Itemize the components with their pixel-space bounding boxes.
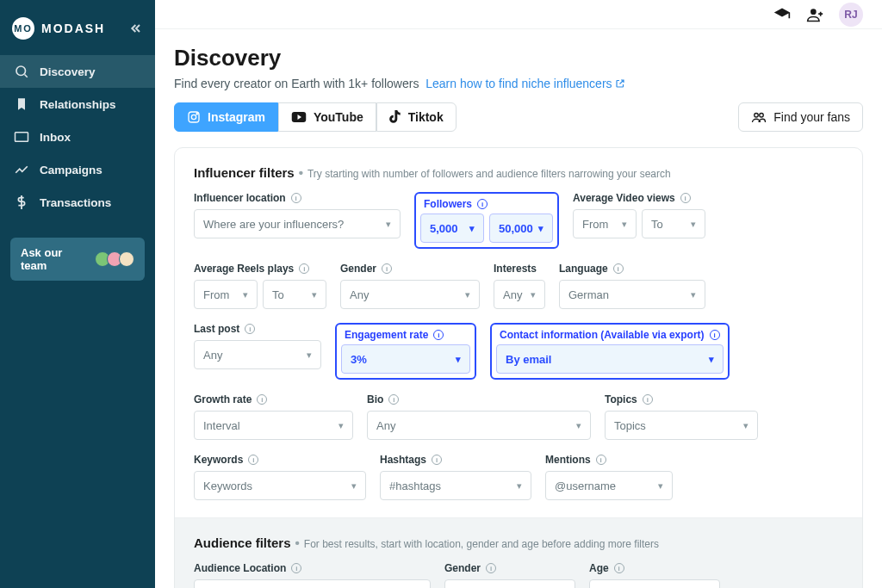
sidebar-item-transactions[interactable]: Transactions	[0, 186, 155, 219]
info-icon[interactable]: i	[257, 394, 267, 405]
followers-max-select[interactable]: 50,000▾	[489, 214, 553, 243]
info-icon[interactable]: i	[245, 324, 255, 334]
collapse-sidebar-button[interactable]	[129, 22, 143, 35]
svg-point-4	[191, 115, 196, 120]
sidebar-item-campaigns[interactable]: Campaigns	[0, 153, 155, 186]
audience-location-select[interactable]: Italy▾	[194, 579, 431, 588]
svg-point-5	[196, 114, 197, 115]
engagement-label: Engagement rate	[345, 329, 428, 341]
last-post-select[interactable]: Any▾	[194, 340, 321, 369]
influencer-location-select[interactable]: Where are your influencers?▾	[194, 209, 401, 238]
info-icon[interactable]: i	[291, 563, 301, 573]
page-subtitle: Find every creator on Earth with 1k+ fol…	[174, 77, 863, 90]
youtube-icon	[291, 111, 307, 123]
hashtags-select[interactable]: #hashtags▾	[380, 471, 531, 500]
info-icon[interactable]: i	[291, 193, 301, 203]
academy-icon[interactable]	[773, 6, 791, 23]
info-icon[interactable]: i	[382, 263, 392, 274]
interests-select[interactable]: Any▾	[494, 280, 545, 309]
instagram-icon	[187, 110, 201, 124]
avg-video-label: Average Video views	[573, 192, 675, 204]
sidebar-item-label: Transactions	[40, 196, 111, 209]
platform-tabs: Instagram YouTube Tiktok	[174, 102, 457, 132]
topics-label: Topics	[605, 393, 637, 405]
info-icon[interactable]: i	[614, 563, 624, 573]
section-hint: For best results, start with location, g…	[304, 538, 659, 550]
section-title: Influencer filters	[194, 165, 295, 180]
tab-label: Instagram	[208, 110, 265, 124]
find-fans-button[interactable]: Find your fans	[738, 102, 863, 132]
keywords-select[interactable]: Keywords▾	[194, 471, 366, 500]
info-icon[interactable]: i	[596, 455, 606, 465]
logo-badge: MO	[12, 17, 34, 40]
bio-select[interactable]: Any▾	[367, 411, 591, 440]
avg-reels-to-select[interactable]: To▾	[263, 280, 326, 309]
svg-point-2	[811, 9, 817, 15]
mentions-select[interactable]: @username▾	[545, 471, 673, 500]
language-select[interactable]: German▾	[559, 280, 705, 309]
user-avatar[interactable]: RJ	[839, 3, 863, 27]
tiktok-icon	[389, 110, 401, 124]
tab-label: Tiktok	[408, 110, 444, 124]
gender-select[interactable]: Any▾	[340, 280, 480, 309]
sidebar-item-inbox[interactable]: Inbox	[0, 121, 155, 153]
svg-point-8	[760, 114, 764, 118]
hashtags-label: Hashtags	[380, 454, 426, 466]
sidebar-item-discovery[interactable]: Discovery	[0, 55, 155, 88]
info-icon[interactable]: i	[432, 455, 442, 465]
sidebar-item-label: Relationships	[40, 98, 116, 111]
info-icon[interactable]: i	[643, 394, 653, 405]
info-icon[interactable]: i	[486, 563, 496, 573]
team-avatars	[98, 251, 134, 267]
audience-location-label: Audience Location	[194, 562, 286, 574]
info-icon[interactable]: i	[710, 330, 720, 340]
sidebar-item-label: Campaigns	[40, 164, 102, 176]
sidebar-item-relationships[interactable]: Relationships	[0, 88, 155, 121]
sidebar-nav: Discovery Relationships Inbox Campaigns …	[0, 55, 155, 219]
influencer-location-label: Influencer location	[194, 192, 286, 204]
svg-point-7	[755, 114, 759, 118]
engagement-select[interactable]: 3%▾	[341, 344, 470, 374]
followers-min-select[interactable]: 5,000▾	[420, 214, 484, 243]
add-user-icon[interactable]	[806, 6, 823, 23]
audience-age-select[interactable]: Add age▾	[589, 579, 720, 588]
contact-select[interactable]: By email▾	[496, 344, 724, 374]
tab-label: YouTube	[314, 110, 363, 124]
contact-label: Contact information (Available via expor…	[500, 329, 705, 341]
ask-team-button[interactable]: Ask our team	[10, 238, 145, 281]
avg-video-from-select[interactable]: From▾	[573, 209, 637, 238]
info-icon[interactable]: i	[248, 455, 258, 465]
last-post-label: Last post	[194, 323, 239, 335]
info-icon[interactable]: i	[433, 330, 444, 340]
growth-select[interactable]: Interval▾	[194, 411, 353, 440]
audience-age-label: Age	[589, 562, 609, 574]
dollar-icon	[14, 195, 29, 210]
audience-filters-section: Audience filters•For best results, start…	[175, 517, 862, 588]
svg-rect-1	[16, 133, 28, 142]
audience-gender-select[interactable]: Add gender▾	[444, 579, 575, 588]
tab-instagram[interactable]: Instagram	[174, 102, 278, 132]
sidebar-item-label: Discovery	[40, 65, 96, 78]
info-icon[interactable]: i	[613, 263, 624, 274]
avg-reels-from-select[interactable]: From▾	[194, 280, 258, 309]
logo[interactable]: MO MODASH	[12, 17, 105, 40]
info-icon[interactable]: i	[477, 199, 488, 209]
bookmark-icon	[14, 96, 29, 112]
info-icon[interactable]: i	[299, 263, 309, 274]
topics-select[interactable]: Topics▾	[605, 411, 758, 440]
keywords-label: Keywords	[194, 454, 243, 466]
tab-tiktok[interactable]: Tiktok	[376, 102, 457, 132]
bio-label: Bio	[367, 393, 383, 405]
avg-reels-label: Average Reels plays	[194, 263, 294, 275]
interests-label: Interests	[494, 263, 537, 275]
learn-link[interactable]: Learn how to find niche influencers	[425, 77, 625, 90]
info-icon[interactable]: i	[388, 394, 399, 405]
tab-youtube[interactable]: YouTube	[278, 102, 376, 132]
trend-icon	[14, 162, 29, 177]
inbox-icon	[14, 129, 29, 145]
followers-label: Followers	[424, 198, 472, 210]
info-icon[interactable]: i	[680, 193, 691, 203]
avg-video-to-select[interactable]: To▾	[642, 209, 705, 238]
page-title: Discovery	[174, 45, 863, 71]
audience-gender-label: Gender	[444, 562, 481, 574]
